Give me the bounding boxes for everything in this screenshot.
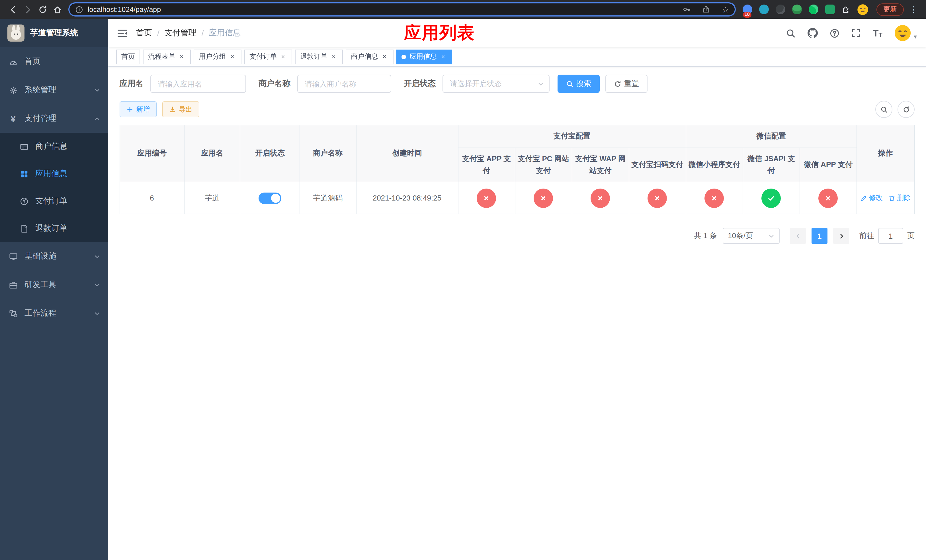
toggle-search-button[interactable] (875, 101, 893, 118)
col-merchant: 商户名称 (300, 125, 356, 182)
sidebar-item-dashboard[interactable]: 首页 (0, 47, 108, 76)
refresh-icon (902, 106, 910, 113)
sidebar-item-payment[interactable]: ¥ 支付管理 (0, 104, 108, 133)
forward-icon[interactable] (21, 2, 35, 17)
top-navbar: 首页 / 支付管理 / 应用信息 应用列表 (108, 19, 926, 47)
ext-green-doc-icon[interactable] (824, 4, 835, 15)
ext-wechat-icon[interactable] (808, 4, 819, 15)
fullscreen-icon[interactable] (852, 29, 861, 38)
sidebar-subitem-payment-order[interactable]: 支付订单 (0, 188, 108, 215)
breadcrumb-home[interactable]: 首页 (136, 28, 152, 38)
breadcrumb-payment[interactable]: 支付管理 (165, 28, 197, 38)
search-icon[interactable] (786, 28, 796, 38)
payment-submenu: 商户信息 应用信息 支付订单 (0, 133, 108, 242)
close-icon[interactable]: × (228, 53, 236, 61)
status-select[interactable]: 请选择开启状态 (442, 75, 549, 93)
navbar-actions: TT ▾ (786, 24, 917, 42)
pay-order-icon (19, 197, 29, 205)
password-key-icon[interactable] (682, 5, 691, 14)
sidebar-subitem-refund-order[interactable]: 退款订单 (0, 215, 108, 242)
toolbox-icon (8, 281, 18, 289)
tab-app-info[interactable]: 应用信息× (396, 49, 452, 64)
cell-merchant: 芋道源码 (300, 182, 356, 214)
merchant-name-input[interactable] (297, 75, 391, 93)
tab-process-form[interactable]: 流程表单× (143, 49, 191, 64)
filter-form: 应用名 商户名称 开启状态 请选择开启状态 搜索 重置 (120, 75, 915, 93)
yen-icon: ¥ (8, 114, 18, 123)
sidebar-subitem-merchant-info[interactable]: 商户信息 (0, 133, 108, 160)
sidebar-item-dev-tools[interactable]: 研发工具 (0, 271, 108, 299)
share-icon[interactable] (702, 5, 710, 14)
caret-down-icon: ▾ (914, 33, 917, 40)
tab-refund-order[interactable]: 退款订单× (295, 49, 343, 64)
close-icon[interactable]: × (279, 53, 287, 61)
tab-merchant-info[interactable]: 商户信息× (346, 49, 393, 64)
tab-user-group[interactable]: 用户分组× (194, 49, 242, 64)
cell-app-name: 芋道 (184, 182, 240, 214)
goto-label: 前往 (859, 231, 874, 241)
sidebar-item-system[interactable]: 系统管理 (0, 76, 108, 104)
back-icon[interactable] (6, 2, 21, 17)
next-page-button[interactable] (833, 228, 849, 244)
refresh-table-button[interactable] (897, 101, 915, 118)
prev-page-button[interactable] (790, 228, 806, 244)
wx-jsapi-status-icon (762, 189, 781, 208)
search-button[interactable]: 搜索 (558, 75, 600, 93)
github-icon[interactable] (808, 28, 818, 38)
address-bar[interactable]: localhost:1024/pay/app ☆ (68, 2, 736, 17)
ext-dark-globe-icon[interactable] (775, 4, 786, 15)
ext-teal-icon[interactable] (758, 4, 769, 15)
add-button[interactable]: 新增 (120, 101, 157, 117)
site-info-icon[interactable] (75, 5, 83, 14)
reset-button[interactable]: 重置 (605, 75, 648, 93)
url-text[interactable]: localhost:1024/pay/app (88, 5, 682, 14)
extension-badge: 10 (743, 12, 752, 17)
ext-green-avatar-icon[interactable] (791, 4, 802, 15)
sidebar-subitem-app-info[interactable]: 应用信息 (0, 160, 108, 188)
refresh-icon (614, 80, 621, 88)
sidebar-toggle-icon[interactable] (117, 29, 127, 37)
col-group-wechat: 微信配置 (686, 125, 857, 148)
home-icon[interactable] (50, 2, 65, 17)
status-toggle[interactable] (259, 192, 281, 204)
close-icon[interactable]: × (178, 53, 186, 61)
user-avatar[interactable]: ▾ (894, 24, 917, 42)
bookmark-star-icon[interactable]: ☆ (722, 5, 729, 14)
close-icon[interactable]: × (330, 53, 338, 61)
chevron-left-icon (795, 233, 801, 239)
close-icon[interactable]: × (380, 53, 388, 61)
browser-menu-icon[interactable]: ⋮ (907, 4, 920, 15)
search-icon (880, 106, 888, 113)
col-wx-app: 微信 APP 支付 (800, 148, 857, 182)
page-number-current[interactable]: 1 (811, 228, 828, 244)
tab-payment-order[interactable]: 支付订单× (244, 49, 292, 64)
page-size-select[interactable]: 10条/页 (723, 228, 780, 244)
close-icon[interactable]: × (439, 53, 447, 61)
goto-page-input[interactable] (878, 228, 903, 244)
browser-update-button[interactable]: 更新 (876, 3, 904, 16)
alipay-app-status-icon (477, 189, 496, 208)
sidebar-item-workflow[interactable]: 工作流程 (0, 299, 108, 328)
edit-button[interactable]: 修改 (861, 193, 883, 203)
app-name-input[interactable] (150, 75, 246, 93)
chevron-down-icon (94, 282, 100, 288)
sidebar-item-infrastructure[interactable]: 基础设施 (0, 242, 108, 271)
breadcrumb-app-info: 应用信息 (209, 28, 241, 38)
extensions-puzzle-icon[interactable] (841, 4, 852, 15)
sidebar-logo[interactable]: 芋道管理系统 (0, 19, 108, 47)
workflow-icon (8, 309, 18, 318)
profile-avatar-icon[interactable] (857, 4, 869, 15)
tab-home[interactable]: 首页 (116, 49, 140, 64)
export-button[interactable]: 导出 (162, 101, 199, 117)
trash-icon (888, 195, 895, 201)
font-size-icon[interactable]: TT (873, 28, 882, 38)
reload-icon[interactable] (35, 2, 50, 17)
chevron-down-icon (768, 233, 775, 239)
chevron-up-icon (94, 115, 100, 122)
col-actions: 操作 (857, 125, 914, 182)
sidebar: 芋道管理系统 首页 系统管理 ¥ 支付管理 (0, 19, 108, 560)
ext-blue-puzzle-icon[interactable]: 10 (741, 4, 753, 15)
delete-button[interactable]: 删除 (888, 193, 911, 203)
page-content: 应用名 商户名称 开启状态 请选择开启状态 搜索 重置 (108, 67, 926, 560)
help-icon[interactable] (830, 28, 840, 38)
